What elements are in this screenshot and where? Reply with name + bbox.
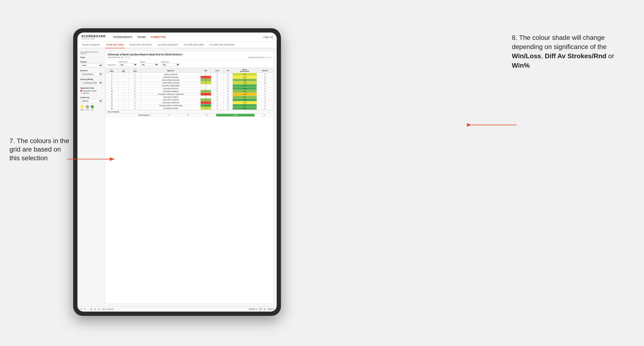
colour-by-section: Colour by Win/loss [80, 96, 103, 103]
legend-down: Down [80, 105, 84, 111]
table-cell: University of Washington [141, 84, 201, 87]
table-cell: 12 [106, 96, 118, 99]
sub-nav-player-h2h-heatmap[interactable]: PLAYER H2H HEATMAP [209, 42, 236, 48]
division-record: Division Record: 88 - 17 - 0 [248, 56, 271, 58]
table-cell: - [118, 82, 129, 84]
table-cell: - [118, 93, 129, 96]
division-select[interactable]: NCAA Division I [80, 72, 103, 76]
colour-by-select[interactable]: Win/loss [80, 99, 103, 103]
col-rounds: Rounds [256, 68, 273, 73]
watch-btn[interactable]: Watch ▾ [249, 308, 257, 310]
table-cell: -4.33 [232, 93, 256, 96]
table-cell: 9 [256, 104, 273, 107]
table-cell: University of Alabama [141, 90, 201, 93]
sub-nav-player-h2h-grid[interactable]: PLAYER H2H GRID [183, 42, 205, 48]
table-row: 3-2Vanderbilt University040-2.298 [106, 76, 274, 79]
arrow-right-svg [469, 120, 516, 130]
table-cell: 5 [200, 104, 211, 107]
table-cell: - [118, 99, 129, 101]
table-cell: 1 [211, 107, 223, 110]
filter-opponent: Opponent (All) [161, 61, 180, 66]
sub-nav-team-h2h-grid[interactable]: TEAM H2H GRID [105, 42, 125, 48]
table-cell: 11 [106, 93, 118, 96]
zoom-fit-btn[interactable]: ⊞ [90, 308, 92, 310]
undo-btn[interactable]: ↺ [80, 308, 82, 310]
table-cell: 4 [200, 82, 211, 84]
table-cell: - [118, 104, 129, 107]
table-cell: 14 [106, 101, 118, 104]
annotation-right-number: 8. [512, 34, 517, 41]
radio-top-100[interactable]: Top 100 [80, 92, 103, 94]
table-cell: 2.33 [232, 96, 256, 99]
table-cell: 3 [256, 93, 273, 96]
gender-select[interactable]: Men's [80, 64, 103, 67]
sub-nav-team-h2h-heatmap[interactable]: TEAM H2H HEATMAP [128, 42, 153, 48]
clock-btn[interactable]: ⊙ [98, 308, 100, 310]
table-cell: 3 [200, 99, 211, 101]
annotation-left-number: 7. [10, 137, 15, 145]
annotation-right: 8. The colour shade will change dependin… [512, 33, 630, 70]
table-cell: - [118, 96, 129, 99]
table-wrapper: #Rank #Reg #Conf Opponent Win Loss Tie D… [105, 68, 274, 117]
table-row: 9-1University of Arizona1009.002 [106, 87, 274, 90]
table-row: 10-5University of Alabama3002.618 [106, 90, 274, 93]
nav-committee[interactable]: COMMITTEE [151, 36, 166, 38]
table-cell: 0 [211, 84, 223, 87]
radio-circle-selected [80, 90, 82, 92]
nav-tournaments[interactable]: TOURNAMENTS [113, 36, 132, 38]
team-section: Team [80, 56, 103, 58]
filter-conference-label: Conference [118, 61, 138, 63]
opponent-select[interactable]: (All) [161, 63, 180, 66]
prev-btn[interactable]: ‹ [88, 308, 88, 310]
table-cell: 0 [223, 87, 232, 90]
table-cell: 0 [200, 101, 211, 104]
table-cell: 0 [223, 101, 232, 104]
bottom-toolbar: ↺ ↻ ‹ ⊞ ⊡ ⊙ View: Original Watch ▾ 💬 ⊞ S… [78, 306, 277, 312]
annotation-right-text3: or [606, 52, 614, 60]
nav-teams[interactable]: TEAMS [137, 36, 146, 38]
sub-nav-player-summary[interactable]: PLAYER SUMMARY [157, 42, 179, 48]
grid-header: University of North Carolina Head-to-Hea… [105, 51, 274, 60]
table-cell: University of Arizona [141, 87, 201, 90]
ood-spacer3 [122, 114, 129, 117]
table-cell: -1.00 [232, 101, 256, 104]
table-cell: - [118, 73, 129, 76]
legend-dot-level [86, 105, 89, 108]
gender-section: Gender Men's [80, 61, 103, 67]
table-cell: 5 [200, 79, 211, 82]
sub-nav: TEAM SUMMARY TEAM H2H GRID TEAM H2H HEAT… [78, 42, 277, 48]
col-tie: Tie [223, 68, 232, 73]
zoom-btn[interactable]: ⊡ [94, 308, 96, 310]
out-of-division-row: NCAA Division II 1 0 0 26.00 3 [106, 114, 274, 117]
table-cell: 1 [129, 99, 141, 101]
table-cell: Florida State University [141, 82, 201, 84]
table-cell: University of Virginia [141, 96, 201, 99]
share-btn[interactable]: Share [268, 308, 274, 310]
grid-btn[interactable]: ⊞ [264, 308, 266, 310]
table-cell: 0 [223, 73, 232, 76]
annotation-right-text1: The colour shade will change depending o… [512, 34, 607, 50]
col-diff: Diff AvStrokes/Rnd [232, 68, 256, 73]
table-cell: 9 [256, 107, 273, 110]
redo-btn[interactable]: ↻ [84, 308, 86, 310]
table-cell: 3 [256, 84, 273, 87]
table-cell: 0 [223, 82, 232, 84]
comment-btn[interactable]: 💬 [259, 308, 262, 310]
table-row: 13-1Texas Tech University3005.569 [106, 99, 274, 101]
table-cell: Vanderbilt University [141, 76, 201, 79]
arrow-left-svg [67, 154, 119, 164]
sub-nav-team-summary[interactable]: TEAM SUMMARY [81, 42, 101, 48]
tablet-screen: SCOREBOARD Powered by clippd TOURNAMENTS… [78, 32, 277, 312]
conference-select[interactable]: (All) [118, 63, 138, 66]
school-select[interactable]: 1. University of Nort... [80, 81, 103, 85]
radio-opponents-played[interactable]: Opponents Played [80, 90, 103, 92]
col-loss: Loss [211, 68, 223, 73]
table-cell: 1.67 [232, 73, 256, 76]
table-cell: 0 [211, 104, 223, 107]
annotation-right-bold3: Win% [512, 62, 530, 69]
sign-out-link[interactable]: | Sign out [263, 36, 273, 38]
region-select[interactable]: (All) [140, 63, 159, 66]
table-cell: 9 [106, 87, 118, 90]
table-cell: 3.67 [232, 84, 256, 87]
table-cell: 0 [223, 90, 232, 93]
